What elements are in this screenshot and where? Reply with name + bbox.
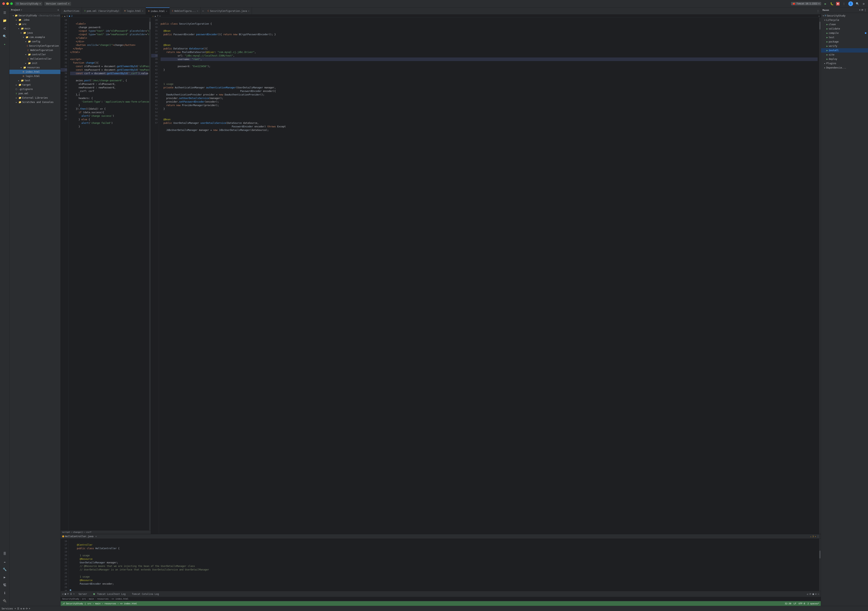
- sidebar-toggle-icon[interactable]: ☰: [1, 9, 8, 16]
- settings-icon[interactable]: ⚙: [862, 2, 866, 6]
- sync-icon[interactable]: ⟳: [861, 9, 863, 11]
- reload-icon[interactable]: ↺: [807, 593, 808, 595]
- vertical-scrollbar-hello[interactable]: [819, 539, 821, 591]
- sidebar-item-indexhtml[interactable]: H index.html: [9, 70, 60, 74]
- debug-icon[interactable]: 🐛: [830, 2, 834, 6]
- add-icon[interactable]: +: [15, 607, 16, 610]
- code-content-hello[interactable]: @Controller public class HelloController…: [73, 539, 819, 591]
- sidebar-item-target[interactable]: ▸ 📁 target: [9, 83, 60, 87]
- stop-icon[interactable]: ■: [836, 2, 840, 6]
- bottom-tab-localhost[interactable]: Tomcat Localhost Log: [91, 592, 128, 596]
- gear-icon[interactable]: ⚙: [20, 607, 22, 610]
- sidebar-item-init[interactable]: ▸ 📁 init: [9, 61, 60, 65]
- sidebar-item-webconfiguration[interactable]: C WebConfiguration: [9, 48, 60, 52]
- tomcat-badge[interactable]: 🍅 Tomcat 10.1.2322 ▾: [791, 2, 821, 5]
- more-icon[interactable]: ⋮: [817, 535, 819, 538]
- project-selector[interactable]: SS SecurityStudy ▾: [15, 2, 42, 6]
- sidebar-item-securityconfiguration[interactable]: C SecurityConfiguration: [9, 44, 60, 48]
- project-icon[interactable]: 📁: [1, 17, 8, 24]
- maven-item-dependencies[interactable]: ▸ Dependencie...: [821, 65, 868, 70]
- maven-item-clean[interactable]: ▶ clean: [821, 22, 868, 26]
- sidebar-item-src[interactable]: ▾ 📁 src: [9, 22, 60, 26]
- search-icon[interactable]: 🔍: [856, 2, 859, 6]
- group-icon[interactable]: ⊞: [23, 607, 25, 610]
- stop-icon2[interactable]: ■: [812, 593, 814, 595]
- sidebar-item-gitignore[interactable]: ⬡ .gitignore: [9, 87, 60, 91]
- close-icon[interactable]: ✕: [166, 10, 167, 12]
- sidebar-item-pomxml[interactable]: X pom.xml: [9, 91, 60, 96]
- maximize-button[interactable]: [10, 2, 13, 5]
- maven-item-lifecycle[interactable]: ▾ Lifecycle: [821, 18, 868, 22]
- ai-icon[interactable]: ✦: [1, 40, 8, 48]
- fold-icon[interactable]: ↕: [818, 15, 820, 17]
- maven-item-verify[interactable]: ▶ verify: [821, 44, 868, 48]
- avatar[interactable]: 👤: [848, 2, 853, 6]
- breakpoint-icon[interactable]: [70, 589, 71, 591]
- more-editor-options-icon[interactable]: ⋮: [817, 10, 819, 12]
- stop-icon[interactable]: ■: [65, 593, 66, 595]
- run-services-icon[interactable]: ▶: [1, 574, 8, 581]
- maven-item-validate[interactable]: ▶ validate: [821, 26, 868, 31]
- reload-icon2[interactable]: ⟳: [809, 593, 811, 595]
- sidebar-item-resources[interactable]: ▾ 📁 resources: [9, 65, 60, 70]
- search-files-icon[interactable]: 🔍: [1, 33, 8, 40]
- sidebar-item-idea[interactable]: ▸ 📁 .idea: [9, 18, 60, 22]
- maven-item-test[interactable]: ▶ test: [821, 35, 868, 40]
- sidebar-item-controller[interactable]: ▾ 📁 controller: [9, 52, 60, 57]
- more-tabs-button[interactable]: ⋯: [201, 10, 205, 12]
- sidebar-item-loginhtml[interactable]: H login.html: [9, 74, 60, 78]
- clear-icon[interactable]: ⊘: [815, 593, 817, 595]
- more-icon[interactable]: +: [29, 607, 30, 610]
- gradle-icon[interactable]: 🏗: [1, 582, 8, 589]
- tools-icon[interactable]: 🔧: [1, 566, 8, 573]
- commit-icon[interactable]: ⑆: [1, 25, 8, 32]
- maven-item-package[interactable]: ▶ package: [821, 40, 868, 44]
- maven-item-site[interactable]: ▶ site: [821, 53, 868, 57]
- tab-loginhtml[interactable]: H login.html ✕: [122, 8, 146, 15]
- sidebar-item-java[interactable]: ▾ 📁 java: [9, 31, 60, 35]
- sidebar-item-scratches[interactable]: ▸ 📁 Scratches and Consoles: [9, 100, 60, 104]
- close-icon[interactable]: ✕: [96, 535, 97, 538]
- plugins-icon[interactable]: 🔌: [1, 597, 8, 604]
- vertical-scrollbar[interactable]: [149, 18, 151, 530]
- vertical-scrollbar-security[interactable]: [819, 18, 821, 534]
- sidebar-item-test[interactable]: ▸ 📁 test: [9, 78, 60, 83]
- tab-webconfig[interactable]: C WebConfigura... ✕: [170, 8, 201, 15]
- code-content-security[interactable]: public class SecurityConfiguration { @Be…: [159, 18, 819, 534]
- sidebar-item-external-libraries[interactable]: ▸ 📁 External Libraries: [9, 96, 60, 100]
- maven-item-securitystudy[interactable]: ▾ M SecurityStudy: [821, 14, 868, 18]
- sidebar-item-config[interactable]: ▾ 📁 config: [9, 39, 60, 44]
- tab-securityconfig[interactable]: C SecurityConfiguration.java ✕: [205, 8, 252, 15]
- more-icon[interactable]: ⋮: [842, 2, 846, 6]
- bottom-tab-server[interactable]: Server: [76, 592, 89, 596]
- more-icon[interactable]: ⋮: [864, 9, 866, 11]
- sidebar-item-securitystudy[interactable]: ▾ 📁 SecurityStudy ~/Desktop/CS/JavaEE/4 …: [9, 13, 60, 18]
- vcs-button[interactable]: Version control ▾: [44, 2, 71, 6]
- tab-pomxml[interactable]: X pom.xml (SecurityStudy): [82, 8, 122, 15]
- close-icon[interactable]: ✕: [197, 10, 198, 12]
- close-button[interactable]: [2, 2, 5, 5]
- code-content-index[interactable]: <label> change password: <input type="te…: [68, 18, 149, 530]
- sidebar-item-main[interactable]: ▾ 📁 main: [9, 26, 60, 31]
- deploy-icon[interactable]: ☁: [1, 558, 8, 565]
- filter-icon[interactable]: ☰: [17, 607, 19, 610]
- maven-item-install[interactable]: ▶ install: [821, 48, 868, 53]
- tab-authorities[interactable]: Authorities: [61, 8, 82, 15]
- maven-item-plugins[interactable]: ▸ Plugins: [821, 61, 868, 65]
- add-icon[interactable]: +: [73, 593, 74, 595]
- close-icon[interactable]: ✕: [248, 10, 250, 12]
- bottom-tab-catalina[interactable]: Tomcat Catalina Log: [130, 592, 161, 596]
- restart-icon[interactable]: ↺: [62, 593, 64, 595]
- maven-item-deploy[interactable]: ▶ deploy: [821, 57, 868, 61]
- filter-icon[interactable]: ☰: [70, 593, 72, 595]
- sync-icon[interactable]: ⟳: [67, 593, 69, 595]
- close-icon[interactable]: ✕: [142, 10, 143, 12]
- tab-indexhtml[interactable]: H index.html ✕: [146, 8, 170, 15]
- minimize-button[interactable]: [6, 2, 9, 5]
- add-icon[interactable]: +: [859, 9, 860, 11]
- sidebar-item-comexample[interactable]: ▾ 📁 com.example: [9, 35, 60, 39]
- info-icon[interactable]: ℹ: [1, 589, 8, 596]
- more-icon[interactable]: ⋯: [818, 593, 819, 595]
- sidebar-item-hellocontroller[interactable]: C HelloController: [9, 57, 60, 61]
- run-icon[interactable]: ▶: [823, 2, 828, 6]
